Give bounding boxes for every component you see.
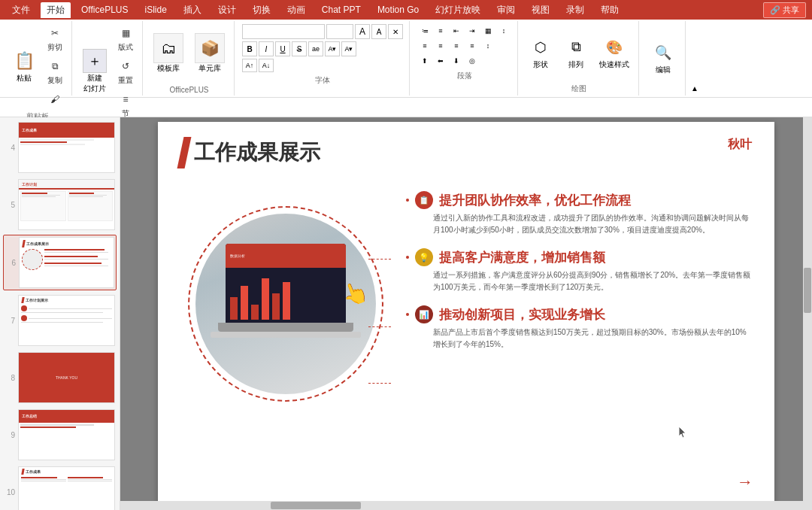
shape-button[interactable]: ⬡ 形状 bbox=[524, 32, 557, 73]
laptop-circle-bg: 数据分析 bbox=[195, 214, 376, 394]
bullet-list-button[interactable]: ≔ bbox=[417, 24, 432, 38]
menu-transition[interactable]: 切换 bbox=[247, 2, 277, 18]
smartart-button[interactable]: ◎ bbox=[465, 54, 480, 68]
align-left-button[interactable]: ≡ bbox=[417, 39, 432, 53]
strikethrough-button[interactable]: S bbox=[292, 41, 307, 56]
slide-thumb-6[interactable]: 6 工作成果展示 bbox=[3, 235, 117, 290]
ribbon-group-clipboard: 📋 粘贴 ✂ 剪切 ⧉ 复制 🖌 剪贴板 bbox=[3, 21, 72, 96]
quick-style-icon: 🎨 bbox=[602, 35, 626, 59]
justify-button[interactable]: ≡ bbox=[465, 39, 480, 53]
paste-button[interactable]: 📋 粘贴 bbox=[8, 46, 41, 87]
item1-dot: 📋 bbox=[415, 191, 433, 209]
slide-thumb-4[interactable]: 4 工作成果 bbox=[3, 120, 117, 175]
menu-view[interactable]: 视图 bbox=[526, 2, 556, 18]
officeplus-label: OfficePLUS bbox=[169, 86, 208, 94]
font-size-input[interactable]: 14 bbox=[326, 24, 353, 39]
copy-button[interactable]: ⧉ 复制 bbox=[43, 56, 67, 87]
text-dir-button[interactable]: ↕ bbox=[496, 24, 511, 38]
menu-insert[interactable]: 插入 bbox=[177, 2, 208, 18]
header-accent-bar bbox=[177, 137, 192, 168]
align-center-button[interactable]: ≡ bbox=[433, 39, 448, 53]
menu-slideshow[interactable]: 幻灯片放映 bbox=[429, 2, 486, 18]
increase-size-button[interactable]: A↑ bbox=[242, 59, 257, 72]
item2-text: 通过一系列措施，客户满意度评分从60分提高到90分，销售额增长了20%。去年第一… bbox=[406, 269, 752, 293]
shadow-button[interactable]: ae bbox=[308, 41, 323, 56]
decrease-size-button[interactable]: A↓ bbox=[259, 59, 274, 72]
line-spacing-button[interactable]: ↕ bbox=[480, 39, 495, 53]
menu-help[interactable]: 帮助 bbox=[595, 2, 625, 18]
new-slide-button[interactable]: ＋ 新建幻灯片 bbox=[78, 46, 111, 97]
col-layout-button[interactable]: ▦ bbox=[480, 24, 495, 38]
template-lib-button[interactable]: 🗂 模板库 bbox=[149, 30, 188, 77]
ribbon-collapse-button[interactable]: ▲ bbox=[689, 82, 701, 94]
unit-lib-button[interactable]: 📦 单元库 bbox=[190, 30, 229, 77]
font-shrink-button[interactable]: A bbox=[371, 24, 386, 39]
cursor-arrow bbox=[677, 425, 688, 442]
reset-button[interactable]: ↺ 重置 bbox=[114, 56, 138, 87]
vertical-scrollbar[interactable] bbox=[803, 117, 812, 510]
number-list-button[interactable]: ≡ bbox=[433, 24, 448, 38]
arrange-button[interactable]: ⧉ 排列 bbox=[559, 32, 592, 73]
right-content: 📋 提升团队协作效率，优化工作流程 通过引入新的协作工具和流程改进，成功提升了团… bbox=[406, 184, 752, 484]
valign-top-button[interactable]: ⬆ bbox=[417, 54, 432, 68]
align-right-button[interactable]: ≡ bbox=[449, 39, 464, 53]
slide-thumb-8[interactable]: 8 THANK YOU bbox=[3, 351, 117, 405]
menu-chatppt[interactable]: Chat PPT bbox=[316, 3, 367, 17]
slide-thumb-7[interactable]: 7 工作计划展示 bbox=[3, 293, 117, 348]
italic-button[interactable]: I bbox=[259, 41, 274, 56]
quick-style-button[interactable]: 🎨 快速样式 bbox=[595, 32, 634, 73]
laptop-keyboard bbox=[211, 332, 361, 338]
cut-button[interactable]: ✂ 剪切 bbox=[43, 23, 67, 54]
increase-indent-button[interactable]: ⇥ bbox=[465, 24, 480, 38]
slide-title: 工作成果展示 bbox=[194, 138, 320, 167]
section-button[interactable]: ≡ 节 bbox=[114, 89, 138, 120]
item2-dot: 💡 bbox=[415, 248, 433, 266]
layout-icon: ▦ bbox=[117, 24, 135, 42]
item3-title: 推动创新项目，实现业务增长 bbox=[439, 306, 605, 323]
valign-mid-button[interactable]: ⬅ bbox=[433, 54, 448, 68]
bold-button[interactable]: B bbox=[242, 41, 257, 56]
slide-body: 数据分析 bbox=[158, 176, 774, 492]
underline-button[interactable]: U bbox=[275, 41, 290, 56]
slide-preview-10: 工作成果 bbox=[18, 466, 115, 510]
clear-format-button[interactable]: ✕ bbox=[388, 24, 403, 39]
slide-thumb-5[interactable]: 5 工作计划 bbox=[3, 178, 117, 232]
format-painter-button[interactable]: 🖌 bbox=[43, 89, 67, 110]
menu-start[interactable]: 开始 bbox=[41, 2, 71, 18]
content-item-2: 💡 提高客户满意度，增加销售额 通过一系列措施，客户满意度评分从60分提高到90… bbox=[406, 248, 752, 293]
edit-button[interactable]: 🔍 编辑 bbox=[647, 38, 680, 78]
item1-text: 通过引入新的协作工具和流程改进，成功提升了团队的协作效率。沟通和协调问题解决时间… bbox=[406, 212, 752, 236]
template-lib-icon: 🗂 bbox=[153, 33, 183, 63]
arrange-icon: ⧉ bbox=[564, 35, 588, 59]
drawing-group-label: 绘图 bbox=[571, 83, 586, 94]
item1-header: 📋 提升团队协作效率，优化工作流程 bbox=[406, 191, 752, 209]
menu-officeplus[interactable]: OfficePLUS bbox=[75, 3, 134, 17]
menu-record[interactable]: 录制 bbox=[560, 2, 590, 18]
font-color-button[interactable]: A▾ bbox=[325, 41, 340, 56]
font-grow-button[interactable]: A bbox=[355, 24, 370, 39]
horizontal-scrollbar[interactable] bbox=[120, 501, 803, 510]
menu-review[interactable]: 审阅 bbox=[491, 2, 521, 18]
decrease-indent-button[interactable]: ⇤ bbox=[449, 24, 464, 38]
share-button[interactable]: 🔗 共享 bbox=[763, 2, 806, 18]
ribbon-group-font: 14 A A ✕ B I U S ae A▾ A▾ A↑ A↓ bbox=[236, 21, 410, 96]
laptop-body: 数据分析 bbox=[211, 244, 361, 364]
cut-icon: ✂ bbox=[46, 24, 64, 42]
layout-button[interactable]: ▦ 版式 bbox=[114, 23, 138, 54]
menu-tabs: 文件 开始 OfficePLUS iSlide 插入 设计 切换 动画 Chat… bbox=[6, 2, 625, 18]
item3-header: 📊 推动创新项目，实现业务增长 bbox=[406, 305, 752, 323]
menu-animation[interactable]: 动画 bbox=[281, 2, 311, 18]
valign-bot-button[interactable]: ⬇ bbox=[449, 54, 464, 68]
connector-line-3 bbox=[368, 383, 391, 384]
highlight-button[interactable]: A▾ bbox=[341, 41, 356, 56]
slide-thumb-9[interactable]: 9 工作总结 bbox=[3, 408, 117, 462]
menu-islide[interactable]: iSlide bbox=[138, 3, 172, 17]
menu-file[interactable]: 文件 bbox=[6, 2, 36, 18]
font-name-input[interactable] bbox=[242, 24, 325, 39]
slide-thumb-10[interactable]: 10 工作成果 bbox=[3, 465, 117, 510]
laptop-base bbox=[218, 323, 353, 332]
menu-design[interactable]: 设计 bbox=[212, 2, 242, 18]
shape-icon: ⬡ bbox=[529, 35, 553, 59]
menu-motiongo[interactable]: Motion Go bbox=[371, 3, 425, 17]
slide-preview-4: 工作成果 bbox=[18, 122, 115, 173]
